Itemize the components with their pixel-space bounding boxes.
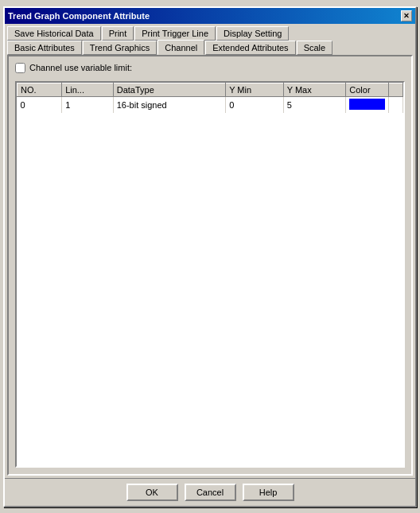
color-swatch <box>349 99 385 110</box>
bottom-bar: OK Cancel Help <box>5 478 415 506</box>
tab-row-2: Basic Attributes Trend Graphics Channel … <box>5 41 415 55</box>
col-header-lin: Lin... <box>62 83 114 96</box>
cell-lin: 1 <box>62 96 114 113</box>
variable-limit-label[interactable]: Channel use variable limit: <box>29 63 132 72</box>
cancel-button[interactable]: Cancel <box>185 484 236 501</box>
close-button[interactable]: ✕ <box>401 10 412 21</box>
table-row[interactable]: 0 1 16-bit signed 0 5 <box>18 96 403 113</box>
ok-button[interactable]: OK <box>126 484 178 501</box>
table-header-row: NO. Lin... DataType Y Min Y Max Color <box>18 83 403 96</box>
content-area: Channel use variable limit: NO. Lin... D… <box>7 55 413 476</box>
tab-scale[interactable]: Scale <box>297 41 333 55</box>
tab-basic-attributes[interactable]: Basic Attributes <box>7 41 82 55</box>
help-button[interactable]: Help <box>243 484 294 501</box>
col-header-no: NO. <box>18 83 62 96</box>
channel-table-container: NO. Lin... DataType Y Min Y Max Color 0 … <box>15 81 405 468</box>
tab-trend-graphics[interactable]: Trend Graphics <box>83 41 157 55</box>
checkbox-row: Channel use variable limit: <box>15 63 405 73</box>
cell-ymin: 0 <box>226 96 284 113</box>
tab-print-trigger[interactable]: Print Trigger Line <box>134 26 216 41</box>
tab-save-historical[interactable]: Save Historical Data <box>7 26 101 41</box>
tab-display-setting[interactable]: Display Setting <box>216 26 289 41</box>
cell-ymax: 5 <box>283 96 346 113</box>
tab-row-1: Save Historical Data Print Print Trigger… <box>5 24 415 41</box>
tab-print[interactable]: Print <box>102 26 134 41</box>
tab-channel[interactable]: Channel <box>158 40 204 55</box>
cell-no: 0 <box>18 96 62 113</box>
col-header-datatype: DataType <box>113 83 225 96</box>
channel-table: NO. Lin... DataType Y Min Y Max Color 0 … <box>17 83 403 113</box>
title-bar: Trend Graph Component Attribute ✕ <box>5 8 415 24</box>
tab-extended-attributes[interactable]: Extended Attributes <box>205 41 295 55</box>
col-header-empty <box>389 83 403 96</box>
window-title: Trend Graph Component Attribute <box>8 11 150 21</box>
col-header-ymin: Y Min <box>226 83 284 96</box>
main-window: Trend Graph Component Attribute ✕ Save H… <box>3 6 417 507</box>
cell-color[interactable] <box>346 96 389 113</box>
cell-extra <box>389 96 403 113</box>
cell-datatype: 16-bit signed <box>113 96 225 113</box>
col-header-color: Color <box>346 83 389 96</box>
variable-limit-checkbox[interactable] <box>15 63 25 73</box>
col-header-ymax: Y Max <box>283 83 346 96</box>
